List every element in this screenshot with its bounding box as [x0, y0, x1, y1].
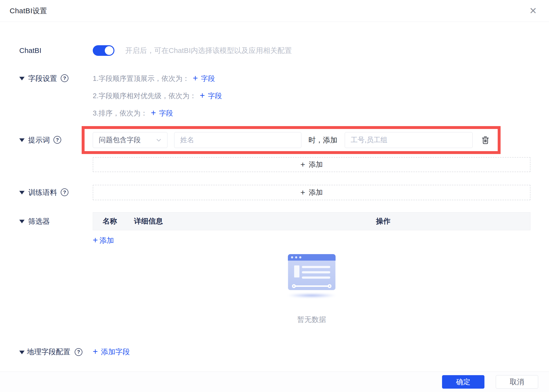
- empty-state-illustration: [288, 254, 336, 290]
- filter-section: 筛选器 名称 详细信息 操作 添加: [19, 212, 530, 325]
- select-value: 问题包含字段: [99, 135, 141, 145]
- help-icon[interactable]: ?: [53, 136, 61, 144]
- field-settings-section: 字段设置 ? 1.字段顺序置顶展示，依次为： 字段 2.字段顺序相对优先级，依次…: [19, 73, 530, 118]
- field-settings-label: 字段设置: [28, 73, 57, 84]
- close-button[interactable]: ✕: [528, 6, 538, 16]
- add-button-label: 添加: [309, 188, 323, 197]
- modal-body: ChatBI 开启后，可在ChatBI内选择该模型以及应用相关配置 字段设置 ?…: [0, 45, 549, 357]
- plus-icon: [200, 92, 205, 100]
- plus-icon: [300, 161, 305, 168]
- chatbi-toggle[interactable]: [93, 45, 115, 56]
- prompt-field-input[interactable]: [174, 132, 301, 148]
- prompt-label: 提示词: [28, 135, 50, 145]
- add-filter-label: 添加: [100, 236, 114, 245]
- empty-data-text: 暂无数据: [297, 315, 326, 325]
- sort-order-text: 3.排序，依次为：: [93, 108, 147, 118]
- field-order-priority-row: 2.字段顺序相对优先级，依次为： 字段: [93, 91, 530, 101]
- cancel-button[interactable]: 取消: [496, 375, 538, 389]
- collapse-caret-icon[interactable]: [19, 220, 25, 223]
- collapse-caret-icon[interactable]: [19, 138, 25, 142]
- collapse-caret-icon[interactable]: [19, 191, 25, 195]
- geo-fields-label: 地理字段配置: [27, 347, 70, 357]
- empty-state: 暂无数据: [93, 254, 530, 325]
- prompt-condition-select[interactable]: 问题包含字段: [93, 132, 167, 148]
- add-field-label: 字段: [201, 73, 215, 84]
- chatbi-label: ChatBI: [19, 45, 93, 56]
- chatbi-row: ChatBI 开启后，可在ChatBI内选择该模型以及应用相关配置: [19, 45, 530, 56]
- page-title: ChatBI设置: [10, 6, 47, 16]
- modal-header: ChatBI设置 ✕: [0, 0, 549, 22]
- add-field-link-1[interactable]: 字段: [193, 73, 215, 84]
- add-button-label: 添加: [309, 160, 323, 169]
- field-order-pinned-text: 1.字段顺序置顶展示，依次为：: [93, 73, 189, 84]
- add-field-link-2[interactable]: 字段: [200, 91, 222, 101]
- add-geo-field-link[interactable]: 添加字段: [93, 347, 130, 357]
- sort-order-row: 3.排序，依次为： 字段: [93, 108, 530, 118]
- add-field-label: 字段: [208, 91, 222, 101]
- add-field-label: 字段: [159, 108, 173, 118]
- add-field-link-3[interactable]: 字段: [151, 108, 173, 118]
- toggle-knob: [105, 46, 114, 55]
- geo-fields-section: 地理字段配置 ? 添加字段: [19, 347, 530, 357]
- add-geo-field-label: 添加字段: [101, 347, 130, 357]
- illustration-shadow: [288, 294, 336, 297]
- chevron-down-icon: [155, 136, 162, 144]
- collapse-caret-icon[interactable]: [19, 77, 25, 80]
- field-order-pinned-row: 1.字段顺序置顶展示，依次为： 字段: [93, 73, 530, 84]
- close-icon: ✕: [529, 6, 537, 15]
- add-prompt-rule-button[interactable]: 添加: [93, 157, 530, 172]
- add-filter-link[interactable]: 添加: [93, 236, 114, 245]
- collapse-caret-icon[interactable]: [19, 351, 25, 354]
- plus-icon: [151, 109, 156, 117]
- modal-footer: 确定 取消: [0, 371, 549, 392]
- training-section: 训练语料 ? 添加: [19, 185, 530, 200]
- help-icon[interactable]: ?: [61, 189, 68, 196]
- help-icon[interactable]: ?: [61, 74, 68, 82]
- filter-table-header: 名称 详细信息 操作: [93, 212, 530, 230]
- column-header-action: 操作: [376, 216, 530, 226]
- highlight-red-annotation: 问题包含字段 时，添加: [82, 126, 501, 154]
- plus-icon: [193, 75, 198, 83]
- prompt-append-input[interactable]: [345, 132, 473, 148]
- column-header-name: 名称: [93, 216, 134, 226]
- illustration-body: [288, 261, 336, 290]
- plus-icon: [93, 348, 98, 356]
- plus-icon: [93, 237, 98, 245]
- filter-label: 筛选器: [28, 216, 50, 227]
- prompt-connector-text: 时，添加: [309, 135, 338, 145]
- delete-rule-button[interactable]: [480, 134, 491, 146]
- field-order-priority-text: 2.字段顺序相对优先级，依次为：: [93, 91, 196, 101]
- add-training-button[interactable]: 添加: [93, 185, 530, 200]
- confirm-button[interactable]: 确定: [442, 375, 484, 389]
- chatbi-description: 开启后，可在ChatBI内选择该模型以及应用相关配置: [125, 45, 292, 56]
- prompt-section: 提示词 ? 问题包含字段 时，添加: [19, 126, 530, 172]
- help-icon[interactable]: ?: [75, 348, 82, 356]
- plus-icon: [300, 189, 305, 196]
- training-label: 训练语料: [28, 187, 57, 198]
- trash-icon: [481, 135, 490, 145]
- column-header-detail: 详细信息: [134, 216, 376, 226]
- illustration-titlebar: [288, 254, 336, 261]
